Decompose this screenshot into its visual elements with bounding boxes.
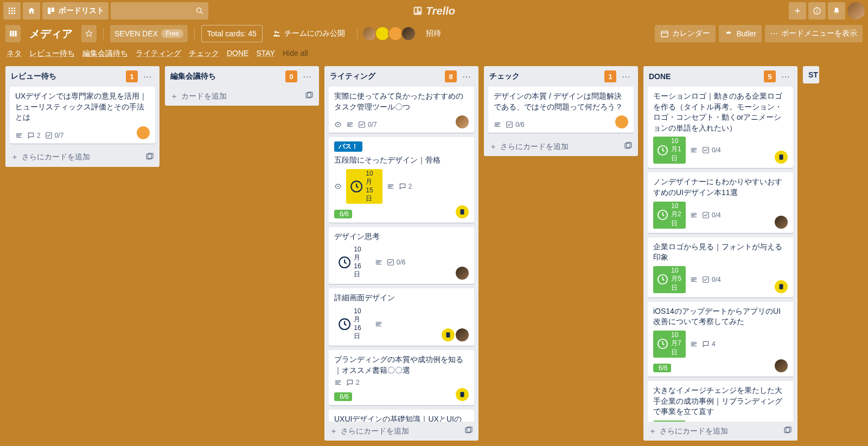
star-button[interactable] — [81, 25, 97, 42]
invite-label: 招待 — [426, 29, 441, 38]
card-title: ブランディングの本質や成功例を知る｜オススメ書籍〇〇選 — [334, 354, 469, 376]
svg-rect-4 — [11, 10, 13, 12]
svg-rect-15 — [418, 8, 420, 11]
card[interactable]: パス！五段階にそったデザイン｜骨格 10月15日26/6 — [329, 137, 474, 223]
svg-rect-7 — [11, 12, 13, 14]
template-icon[interactable] — [145, 152, 154, 163]
list-title[interactable]: ライティング — [330, 72, 442, 81]
member-avatar[interactable] — [456, 388, 469, 401]
list-menu-button[interactable]: ⋯ — [620, 72, 633, 82]
card[interactable]: iOS14のアップデートからアプリのUI改善について考察してみた 10月7日46… — [648, 302, 793, 377]
info-button[interactable] — [808, 2, 826, 20]
member-avatar[interactable] — [775, 216, 788, 229]
member-avatar[interactable] — [442, 328, 455, 341]
add-card-label: さらにカードを追加 — [500, 142, 569, 152]
svg-rect-2 — [14, 8, 15, 9]
home-button[interactable] — [23, 2, 40, 20]
dots-icon: ⋯ — [770, 29, 778, 38]
date-badge: 10月5日 — [653, 266, 686, 293]
svg-rect-21 — [15, 31, 16, 37]
user-avatar[interactable] — [847, 2, 865, 20]
list-menu-button[interactable]: ⋯ — [460, 72, 473, 82]
svg-point-22 — [275, 31, 277, 33]
template-icon[interactable] — [464, 426, 473, 436]
visibility-button[interactable]: チームにのみ公開 — [267, 25, 350, 42]
add-card-button[interactable]: ＋さらにカードを追加 — [484, 137, 638, 156]
card[interactable]: UXUIデザインの基礎知識｜UXとUIの意味や違いについてわかりやすく解説 — [329, 410, 474, 422]
card[interactable]: 大きなイメージチェンジを果たした大手企業の成功事例｜リブランディングで事業を立て… — [648, 381, 793, 422]
member-avatar[interactable] — [456, 267, 469, 280]
butler-button[interactable]: Butler — [719, 25, 762, 42]
filter-item[interactable]: STAY — [256, 49, 275, 59]
list[interactable]: ST — [803, 66, 819, 83]
notifications-button[interactable] — [828, 2, 845, 20]
add-card-button[interactable]: ＋さらにカードを追加 — [643, 422, 797, 441]
filter-item[interactable]: ネタ — [7, 49, 22, 59]
filter-item[interactable]: ライティング — [136, 49, 181, 59]
template-icon[interactable] — [783, 426, 792, 436]
total-cards-button[interactable]: Total cards: 45 — [201, 25, 263, 42]
list-title[interactable]: チェック — [489, 72, 601, 81]
template-icon[interactable] — [624, 141, 633, 152]
card[interactable]: ノンデザイナーにもわかりやすいおすすめのUIデザイン本11選 10月2日0/4 — [648, 172, 793, 232]
member-avatar[interactable] — [615, 115, 628, 128]
add-card-label: さらにカードを追加 — [660, 426, 728, 436]
list-title[interactable]: DONE — [649, 72, 761, 81]
filter-item[interactable]: レビュー待ち — [29, 49, 75, 59]
board-title[interactable]: メディア — [25, 27, 77, 41]
filter-item[interactable]: 編集会議待ち — [82, 49, 128, 59]
member-avatar[interactable] — [775, 151, 788, 164]
list-menu-button[interactable]: ⋯ — [141, 72, 154, 82]
add-card-button[interactable]: ＋カードを追加 — [165, 87, 319, 106]
calendar-button[interactable]: カレンダー — [655, 25, 716, 42]
show-menu-label: ボードメニューを表示 — [781, 29, 857, 38]
create-button[interactable] — [789, 2, 806, 20]
template-icon[interactable] — [305, 91, 314, 101]
card[interactable]: モーションロゴ｜動きのある企業ロゴを作る（タイトル再考。モーション・ロゴ・コンセ… — [648, 87, 793, 168]
card[interactable]: 詳細画面デザイン 10月16日 — [329, 288, 474, 346]
list-menu-button[interactable]: ⋯ — [779, 72, 792, 82]
list: 編集会議待ち 0 ⋯ ＋カードを追加 — [165, 66, 319, 106]
comments-badge: 2 — [399, 183, 412, 190]
svg-point-23 — [277, 31, 279, 33]
invite-button[interactable]: 招待 — [420, 25, 446, 42]
show-menu-button[interactable]: ⋯ ボードメニューを表示 — [765, 25, 863, 42]
board-members[interactable] — [364, 26, 416, 41]
board-view-button[interactable] — [5, 25, 21, 42]
add-card-label: さらにカードを追加 — [22, 152, 90, 162]
apps-button[interactable] — [3, 2, 21, 20]
list-count: 1 — [126, 70, 138, 82]
card[interactable]: 実際に使ってみて良かったおすすめのタスク管理ツール〇つ 0/7 — [329, 87, 474, 133]
date-badge: 10月15日 — [346, 169, 382, 204]
add-card-button[interactable]: ＋さらにカードを追加 — [324, 422, 478, 441]
board-canvas[interactable]: レビュー待ち 1 ⋯ UXデザインでは専門家の意見を活用｜ヒューリスティックス評… — [0, 62, 868, 445]
desc-badge — [387, 183, 394, 190]
trello-icon — [413, 6, 423, 16]
card-title: UXUIデザインの基礎知識｜UXとUIの意味や違いについてわかりやすく解説 — [334, 414, 469, 422]
search-input[interactable] — [111, 2, 208, 20]
card[interactable]: デザインの本質 / デザインは問題解決である、ではその問題って何だろう？ 0/6 — [488, 87, 634, 133]
card-title: デザインの本質 / デザインは問題解決である、ではその問題って何だろう？ — [494, 91, 628, 112]
list-menu-button[interactable]: ⋯ — [301, 72, 314, 82]
member-avatar[interactable] — [775, 359, 788, 372]
member-avatar[interactable] — [401, 26, 416, 41]
member-avatar[interactable] — [775, 280, 788, 293]
filter-hide-all[interactable]: Hide all — [283, 49, 308, 59]
team-chip[interactable]: SEVEN DEX Free — [110, 25, 188, 42]
member-avatar[interactable] — [456, 205, 469, 218]
add-card-button[interactable]: ＋さらにカードを追加 — [5, 148, 159, 167]
card[interactable]: デザイン思考 10月16日0/6 — [329, 227, 474, 285]
member-avatar[interactable] — [456, 115, 469, 128]
card[interactable]: UXデザインでは専門家の意見を活用｜ヒューリスティックス評価とその手法とは 20… — [10, 87, 155, 144]
card[interactable]: ブランディングの本質や成功例を知る｜オススメ書籍〇〇選 26/6 — [329, 350, 474, 405]
boards-button[interactable]: ボードリスト — [42, 2, 108, 20]
member-avatar[interactable] — [137, 126, 150, 139]
list-title[interactable]: レビュー待ち — [11, 72, 123, 81]
member-avatar[interactable] — [456, 328, 469, 341]
filter-item[interactable]: DONE — [227, 49, 248, 59]
list-title[interactable]: 編集会議待ち — [170, 72, 282, 81]
calendar-label: カレンダー — [672, 29, 710, 38]
card[interactable]: 企業ロゴから見る｜フォントが与える印象 10月5日0/4 — [648, 237, 793, 298]
filter-item[interactable]: チェック — [189, 49, 219, 59]
desc-badge — [15, 132, 23, 139]
